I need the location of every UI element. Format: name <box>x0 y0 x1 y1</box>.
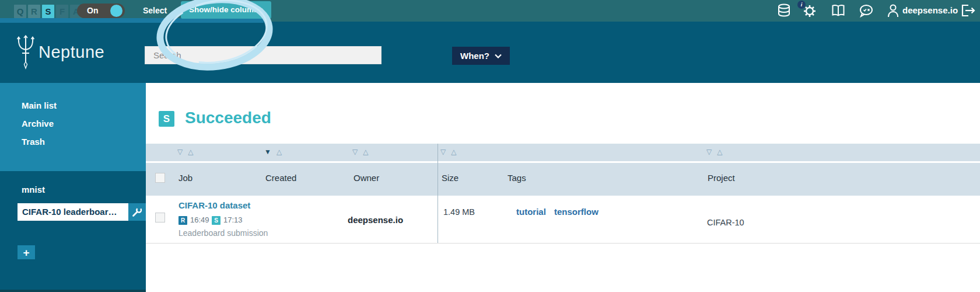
sort-desc-icon[interactable] <box>440 148 446 156</box>
sidebar-project-mnist[interactable]: mnist <box>22 185 45 194</box>
column-header-created[interactable]: Created <box>265 173 296 183</box>
sort-desc-icon[interactable] <box>177 148 183 156</box>
sidebar-item-archive[interactable]: Archive <box>22 119 54 128</box>
row-checkbox[interactable] <box>155 213 165 223</box>
sidebar-nav: Main list Archive Trash <box>0 83 146 171</box>
sort-control-owner[interactable] <box>352 148 368 156</box>
feedback-chat-icon[interactable] <box>858 2 874 19</box>
sidebar-bottom-strip <box>0 290 146 292</box>
sort-control-project[interactable] <box>706 148 722 156</box>
column-header-tags[interactable]: Tags <box>508 173 526 183</box>
size-cell: 1.49 MB <box>443 207 475 217</box>
running-time: 16:49 <box>190 215 209 224</box>
when-label: When? <box>460 51 489 61</box>
on-off-toggle[interactable]: On <box>77 4 125 18</box>
status-filter-badges: Q R S F A <box>14 5 82 18</box>
sort-asc-icon[interactable] <box>358 148 368 156</box>
toolbar-accent-strip <box>0 18 264 23</box>
filter-succeeded-badge[interactable]: S <box>42 5 54 18</box>
job-description: Leaderboard submission <box>178 228 268 238</box>
select-button[interactable]: Select <box>143 6 167 15</box>
chevron-down-icon <box>495 54 502 58</box>
search-input[interactable] <box>145 46 382 64</box>
user-icon[interactable] <box>886 2 900 19</box>
owner-cell: deepsense.io <box>348 215 403 225</box>
logo-wordmark: Neptune <box>38 43 104 62</box>
filter-failed-badge[interactable]: F <box>56 5 68 18</box>
sort-asc-icon[interactable] <box>271 148 282 156</box>
neptune-logo[interactable]: Neptune <box>15 34 104 70</box>
tag-tutorial[interactable]: tutorial <box>516 207 546 217</box>
succeeded-time: 17:13 <box>223 215 243 224</box>
sort-desc-icon[interactable] <box>706 148 712 156</box>
filter-running-badge[interactable]: R <box>28 5 40 18</box>
project-settings-button[interactable] <box>128 203 146 221</box>
trident-icon <box>15 34 36 70</box>
sort-desc-icon[interactable] <box>352 148 358 156</box>
when-filter-button[interactable]: When? <box>452 47 510 65</box>
wrench-icon <box>131 206 143 218</box>
show-hide-columns-button[interactable]: Show/hide columns <box>181 1 271 19</box>
toggle-knob[interactable] <box>110 5 123 17</box>
column-header-size[interactable]: Size <box>442 173 459 183</box>
job-name-link[interactable]: CIFAR-10 dataset <box>178 200 250 210</box>
sidebar-item-main-list[interactable]: Main list <box>22 100 57 110</box>
sort-asc-icon[interactable] <box>446 148 456 156</box>
info-badge: i <box>797 1 806 9</box>
column-header-project[interactable]: Project <box>708 173 735 183</box>
sort-asc-icon[interactable] <box>183 148 193 156</box>
sort-desc-active-icon[interactable] <box>264 148 271 156</box>
tag-tensorflow[interactable]: tensorflow <box>554 207 598 217</box>
logout-icon[interactable] <box>960 2 976 19</box>
column-group-divider <box>438 144 438 243</box>
add-project-button[interactable]: + <box>18 245 35 259</box>
column-header-owner[interactable]: Owner <box>354 173 379 183</box>
project-cell: CIFAR-10 <box>707 218 744 227</box>
sort-control-created[interactable] <box>264 148 282 156</box>
filter-queued-badge[interactable]: Q <box>14 5 26 18</box>
status-succeeded-badge: S <box>159 111 174 127</box>
column-header-job[interactable]: Job <box>178 173 192 183</box>
sort-asc-icon[interactable] <box>712 148 722 156</box>
sort-control-size[interactable] <box>440 148 456 156</box>
toggle-label: On <box>87 6 98 15</box>
database-icon[interactable] <box>776 2 792 19</box>
row-divider <box>146 243 980 244</box>
page-title: Succeeded <box>185 109 271 127</box>
running-time-badge: R <box>178 216 187 225</box>
sidebar-item-trash[interactable]: Trash <box>22 137 45 147</box>
sort-control-job[interactable] <box>177 148 193 156</box>
sidebar-projects: mnist CIFAR-10 leaderboar… + <box>0 171 146 292</box>
account-name[interactable]: deepsense.io <box>902 5 958 15</box>
sidebar-project-cifar10-selected[interactable]: CIFAR-10 leaderboar… <box>18 203 128 221</box>
select-all-checkbox[interactable] <box>155 173 165 183</box>
docs-book-icon[interactable] <box>830 2 846 19</box>
succeeded-time-badge: S <box>212 216 220 225</box>
